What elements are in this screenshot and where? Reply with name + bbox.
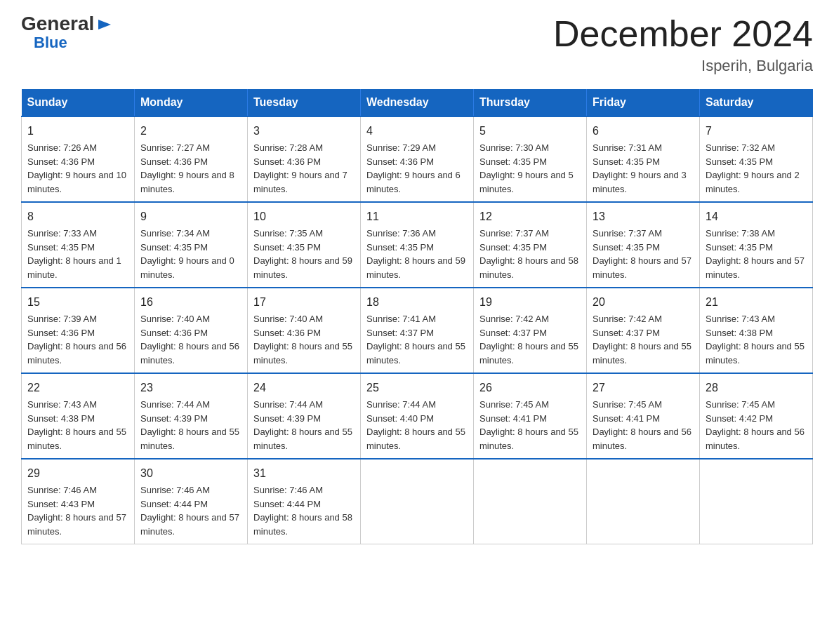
- day-number: 26: [479, 380, 581, 396]
- day-sunrise: Sunrise: 7:41 AM: [366, 314, 436, 324]
- day-sunset: Sunset: 4:36 PM: [253, 156, 321, 167]
- day-sunrise: Sunrise: 7:45 AM: [706, 399, 775, 410]
- table-row: 22 Sunrise: 7:43 AM Sunset: 4:38 PM Dayl…: [22, 373, 135, 459]
- day-sunrise: Sunrise: 7:29 AM: [366, 142, 436, 153]
- table-row: [700, 459, 813, 544]
- day-number: 16: [140, 294, 241, 311]
- table-row: 27 Sunrise: 7:45 AM Sunset: 4:41 PM Dayl…: [587, 373, 700, 459]
- day-number: 13: [593, 208, 694, 225]
- day-sunrise: Sunrise: 7:46 AM: [27, 485, 97, 495]
- day-number: 31: [253, 465, 355, 482]
- table-row: 6 Sunrise: 7:31 AM Sunset: 4:35 PM Dayli…: [587, 116, 700, 202]
- day-number: 29: [27, 465, 128, 482]
- table-row: 23 Sunrise: 7:44 AM Sunset: 4:39 PM Dayl…: [135, 373, 248, 459]
- day-daylight: Daylight: 9 hours and 8 minutes.: [140, 170, 234, 194]
- day-sunrise: Sunrise: 7:35 AM: [253, 228, 323, 239]
- table-row: [361, 459, 474, 544]
- table-row: 7 Sunrise: 7:32 AM Sunset: 4:35 PM Dayli…: [700, 116, 813, 202]
- logo: General Blue: [21, 14, 112, 52]
- title-block: December 2024 Isperih, Bulgaria: [553, 14, 813, 75]
- table-row: 1 Sunrise: 7:26 AM Sunset: 4:36 PM Dayli…: [22, 116, 135, 202]
- day-sunrise: Sunrise: 7:27 AM: [140, 142, 210, 153]
- day-sunset: Sunset: 4:35 PM: [479, 156, 547, 167]
- day-sunrise: Sunrise: 7:44 AM: [253, 399, 323, 410]
- day-sunset: Sunset: 4:35 PM: [140, 242, 208, 253]
- table-row: 28 Sunrise: 7:45 AM Sunset: 4:42 PM Dayl…: [700, 373, 813, 459]
- col-monday: Monday: [135, 89, 248, 116]
- day-number: 2: [140, 123, 241, 140]
- day-number: 9: [140, 208, 241, 225]
- table-row: 17 Sunrise: 7:40 AM Sunset: 4:36 PM Dayl…: [248, 288, 361, 373]
- day-sunrise: Sunrise: 7:42 AM: [479, 314, 549, 324]
- table-row: 3 Sunrise: 7:28 AM Sunset: 4:36 PM Dayli…: [248, 116, 361, 202]
- calendar-week-row: 15 Sunrise: 7:39 AM Sunset: 4:36 PM Dayl…: [22, 288, 813, 373]
- logo-blue-text: Blue: [34, 34, 67, 51]
- day-sunset: Sunset: 4:42 PM: [706, 413, 773, 424]
- day-number: 6: [593, 123, 694, 140]
- day-sunrise: Sunrise: 7:26 AM: [27, 142, 97, 153]
- table-row: 25 Sunrise: 7:44 AM Sunset: 4:40 PM Dayl…: [361, 373, 474, 459]
- table-row: 9 Sunrise: 7:34 AM Sunset: 4:35 PM Dayli…: [135, 202, 248, 288]
- day-sunset: Sunset: 4:35 PM: [706, 242, 773, 253]
- day-sunset: Sunset: 4:35 PM: [27, 242, 95, 253]
- day-number: 4: [366, 123, 468, 140]
- calendar-table: Sunday Monday Tuesday Wednesday Thursday…: [21, 89, 813, 544]
- day-sunrise: Sunrise: 7:31 AM: [593, 142, 662, 153]
- day-number: 25: [366, 380, 468, 396]
- day-daylight: Daylight: 8 hours and 55 minutes.: [479, 427, 578, 451]
- day-daylight: Daylight: 8 hours and 58 minutes.: [479, 255, 578, 280]
- calendar-week-row: 29 Sunrise: 7:46 AM Sunset: 4:43 PM Dayl…: [22, 459, 813, 544]
- day-daylight: Daylight: 9 hours and 5 minutes.: [479, 170, 574, 194]
- day-sunrise: Sunrise: 7:28 AM: [253, 142, 323, 153]
- day-number: 1: [27, 123, 128, 140]
- day-sunrise: Sunrise: 7:30 AM: [479, 142, 549, 153]
- day-number: 10: [253, 208, 355, 225]
- table-row: 13 Sunrise: 7:37 AM Sunset: 4:35 PM Dayl…: [587, 202, 700, 288]
- calendar-week-row: 8 Sunrise: 7:33 AM Sunset: 4:35 PM Dayli…: [22, 202, 813, 288]
- day-sunrise: Sunrise: 7:38 AM: [706, 228, 775, 239]
- day-number: 18: [366, 294, 468, 311]
- day-daylight: Daylight: 9 hours and 10 minutes.: [27, 170, 126, 194]
- table-row: 15 Sunrise: 7:39 AM Sunset: 4:36 PM Dayl…: [22, 288, 135, 373]
- day-daylight: Daylight: 8 hours and 57 minutes.: [27, 512, 126, 537]
- table-row: [587, 459, 700, 544]
- day-sunrise: Sunrise: 7:37 AM: [593, 228, 662, 239]
- day-sunset: Sunset: 4:38 PM: [27, 413, 95, 424]
- day-daylight: Daylight: 9 hours and 6 minutes.: [366, 170, 461, 194]
- day-sunset: Sunset: 4:43 PM: [27, 499, 95, 509]
- day-sunset: Sunset: 4:37 PM: [479, 328, 547, 338]
- table-row: 4 Sunrise: 7:29 AM Sunset: 4:36 PM Dayli…: [361, 116, 474, 202]
- day-daylight: Daylight: 8 hours and 55 minutes.: [366, 341, 465, 365]
- day-number: 22: [27, 380, 128, 396]
- day-sunset: Sunset: 4:36 PM: [140, 156, 208, 167]
- table-row: 16 Sunrise: 7:40 AM Sunset: 4:36 PM Dayl…: [135, 288, 248, 373]
- table-row: 14 Sunrise: 7:38 AM Sunset: 4:35 PM Dayl…: [700, 202, 813, 288]
- day-number: 7: [706, 123, 807, 140]
- col-thursday: Thursday: [474, 89, 587, 116]
- day-daylight: Daylight: 9 hours and 3 minutes.: [593, 170, 687, 194]
- day-sunset: Sunset: 4:35 PM: [366, 242, 434, 253]
- table-row: 19 Sunrise: 7:42 AM Sunset: 4:37 PM Dayl…: [474, 288, 587, 373]
- table-row: 5 Sunrise: 7:30 AM Sunset: 4:35 PM Dayli…: [474, 116, 587, 202]
- day-number: 27: [593, 380, 694, 396]
- day-sunset: Sunset: 4:41 PM: [593, 413, 660, 424]
- table-row: [474, 459, 587, 544]
- day-sunrise: Sunrise: 7:40 AM: [140, 314, 210, 324]
- day-sunset: Sunset: 4:37 PM: [366, 328, 434, 338]
- calendar-location: Isperih, Bulgaria: [553, 57, 813, 75]
- day-sunset: Sunset: 4:35 PM: [593, 242, 660, 253]
- table-row: 29 Sunrise: 7:46 AM Sunset: 4:43 PM Dayl…: [22, 459, 135, 544]
- calendar-title: December 2024: [553, 14, 813, 54]
- col-wednesday: Wednesday: [361, 89, 474, 116]
- day-sunrise: Sunrise: 7:45 AM: [479, 399, 549, 410]
- day-sunset: Sunset: 4:38 PM: [706, 328, 773, 338]
- day-sunset: Sunset: 4:39 PM: [140, 413, 208, 424]
- day-daylight: Daylight: 8 hours and 55 minutes.: [253, 427, 352, 451]
- day-number: 11: [366, 208, 468, 225]
- day-daylight: Daylight: 8 hours and 56 minutes.: [140, 341, 239, 365]
- day-number: 12: [479, 208, 581, 225]
- day-daylight: Daylight: 8 hours and 56 minutes.: [706, 427, 805, 451]
- logo-general-text: General: [21, 14, 112, 34]
- day-daylight: Daylight: 8 hours and 57 minutes.: [706, 255, 805, 280]
- day-daylight: Daylight: 8 hours and 55 minutes.: [27, 427, 126, 451]
